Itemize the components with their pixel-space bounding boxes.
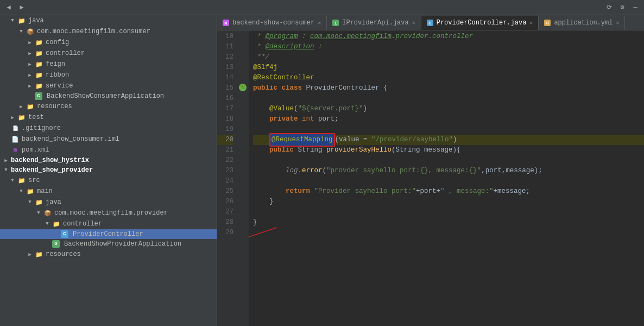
arrow-icon [26,198,34,206]
code-text: @RestController [253,73,314,83]
tree-item-consumer[interactable]: 📦 com.mooc.meetingfilm.consumer [0,26,217,37]
folder-icon: 📁 [35,198,43,206]
tab-y-icon: ⚙ [544,20,551,26]
code-line-20: @RequestMapping(value = "/provider/sayhe… [253,135,644,145]
folder-icon: 📁 [52,220,61,228]
tab-close-icon[interactable]: ✕ [529,20,533,26]
tree-item-ProviderController[interactable]: C ProviderController [0,229,217,239]
tree-item-service[interactable]: 📁 service [0,80,217,91]
tree-item-java[interactable]: 📁 java [0,15,217,26]
tree-item-main[interactable]: 📁 main [0,186,217,197]
code-text: public String providerSayHello(String me… [253,145,461,155]
tab-c-icon: C [427,20,433,26]
class-g-icon: G [52,240,60,248]
arrow-icon [26,60,34,68]
nav-forward-icon[interactable]: ▶ [17,3,26,12]
code-text: ProviderController { [306,83,388,93]
code-line-27 [253,207,644,217]
tab-providercontroller[interactable]: C ProviderController.java ✕ [421,16,539,30]
pom-icon: m [11,146,20,154]
tree-label: feign [46,60,65,68]
code-line-15: public class ProviderController { [253,83,644,93]
tree-item-src[interactable]: 📁 src [0,175,217,186]
tree-label: backend_show_provider [11,166,93,174]
line-numbers: 10 11 12 13 14 15 16 17 18 19 20 21 22 2… [217,30,237,326]
tree-item-ribbon[interactable]: 📁 ribbon [0,70,217,80]
tree-label: BackendShowProviderApplication [64,240,181,248]
tree-label: com.mooc.meetingfilm.provider [54,209,168,217]
tab-close-icon[interactable]: ✕ [318,20,321,26]
tree-item-backend-hystrix[interactable]: backend_show_hystrix [0,155,217,165]
folder-icon: 📁 [35,82,43,90]
tab-close-icon[interactable]: ✕ [412,20,415,26]
tab-application-yml[interactable]: ⚙ application.yml ✕ [539,16,625,30]
code-line-17: @Value("${server.port}") [253,104,644,114]
tree-item-feign[interactable]: 📁 feign [0,59,217,70]
project-tree: 📁 java 📦 com.mooc.meetingfilm.consumer 📁… [0,15,217,326]
arrow-icon [9,114,16,121]
tab-label: application.yml [554,19,613,27]
minimize-icon[interactable]: — [631,3,640,12]
tree-label: src [28,177,40,184]
tree-item-pom[interactable]: m pom.xml [0,145,217,155]
tab-providerapi[interactable]: I IProviderApi.java ✕ [327,16,421,30]
code-text: * @description : [253,42,323,52]
code-text: public [253,83,282,93]
folder-icon: 📁 [35,60,43,68]
folder-icon: 📁 [17,16,26,25]
tree-item-BackendShowProviderApplication[interactable]: G BackendShowProviderApplication [0,239,217,249]
class-m-icon: G [35,92,42,100]
code-text: "/provider/sayhello" [371,135,453,145]
package-icon: 📦 [26,27,35,36]
code-text: @Value("${server.port}") [253,104,367,114]
code-line-26: } [253,197,644,207]
spring-icon: 🌿 [239,84,247,91]
tree-item-java-provider[interactable]: 📁 java [0,197,217,208]
tree-label: controller [46,49,85,57]
tab-label: ProviderController.java [437,19,527,27]
tree-label: backend_show_hystrix [11,156,89,164]
code-line-25: return "Provider sayhello port:"+port+" … [253,186,644,197]
tree-label: resources [46,250,81,258]
code-text: **/ [253,52,269,62]
tree-item-controller-provider[interactable]: 📁 controller [0,218,217,229]
tree-item-test[interactable]: 📁 test [0,112,217,123]
tree-item-resources-provider[interactable]: 📁 resources [0,249,217,260]
tree-label: main [37,187,53,195]
tree-item-BackendShowConsumerApplication[interactable]: G BackendShowConsumerApplication [0,91,217,101]
top-toolbar: ◀ ▶ ⟳ ⚙ — [0,0,644,15]
tab-backend-show-consumer[interactable]: m backend-show-consumer ✕ [217,16,327,30]
tabs-bar: m backend-show-consumer ✕ I IProviderApi… [217,15,644,30]
tree-label: test [28,114,44,121]
nav-back-icon[interactable]: ◀ [4,3,13,12]
tree-label: resources [37,103,72,110]
code-text: } [253,197,274,207]
tab-label: backend-show-consumer [232,19,314,27]
tree-label: ProviderController [73,230,143,238]
tree-label: .gitignore [22,124,61,132]
tree-item-backend-provider[interactable]: backend_show_provider [0,165,217,175]
settings-icon[interactable]: ⚙ [618,3,627,12]
arrow-icon [26,71,34,79]
refresh-icon[interactable]: ⟳ [605,3,614,12]
folder-icon: 📁 [26,187,35,196]
tab-label: IProviderApi.java [342,19,408,27]
folder-icon: 📁 [17,176,26,185]
code-text [253,135,269,145]
code-line-16 [253,93,644,104]
tree-label: controller [63,220,102,228]
tree-item-resources-consumer[interactable]: 📁 resources [0,101,217,112]
arrow-icon [26,39,34,46]
code-text: return "Provider sayhello port:"+port+" … [253,186,530,197]
tree-item-controller-consumer[interactable]: 📁 controller [0,48,217,59]
tree-item-iml[interactable]: 📄 backend_show_consumer.iml [0,134,217,145]
code-text: } [253,217,257,228]
arrow-icon [43,220,51,228]
tree-item-provider-pkg[interactable]: 📦 com.mooc.meetingfilm.provider [0,208,217,218]
tree-item-config[interactable]: 📁 config [0,37,217,48]
tree-item-gitignore[interactable]: 📄 .gitignore [0,123,217,134]
code-content[interactable]: * @program : com.mooc.meetingfilm.provid… [249,30,644,326]
tree-label: com.mooc.meetingfilm.consumer [37,28,150,35]
arrow-icon [17,187,25,195]
tab-close-icon[interactable]: ✕ [616,20,619,26]
